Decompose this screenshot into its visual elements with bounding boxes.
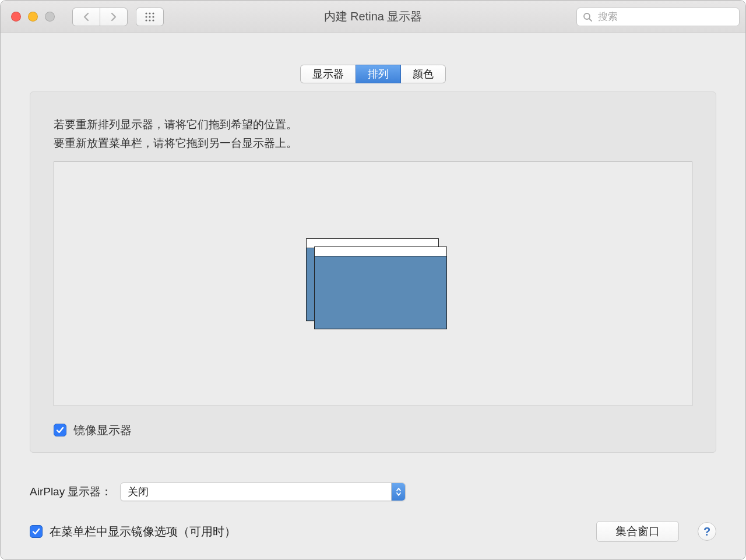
help-icon: ? — [703, 525, 710, 538]
footer-row: 在菜单栏中显示镜像选项（可用时） 集合窗口 ? — [30, 521, 716, 542]
check-icon — [32, 527, 40, 536]
dropdown-stepper[interactable] — [391, 483, 405, 501]
search-field[interactable] — [576, 8, 740, 26]
show-mirror-checkbox[interactable] — [30, 525, 43, 538]
prefs-window: 内建 Retina 显示器 显示器 排列 颜色 若要重新排列显示器，请将它们拖到… — [0, 0, 746, 560]
svg-point-8 — [152, 19, 154, 21]
gather-windows-button[interactable]: 集合窗口 — [596, 521, 679, 542]
chevron-right-icon — [110, 12, 117, 22]
tab-color[interactable]: 颜色 — [400, 65, 446, 83]
search-icon — [583, 12, 592, 22]
tab-bar: 显示器 排列 颜色 — [1, 65, 745, 83]
zoom-button — [45, 12, 55, 22]
mirror-label: 镜像显示器 — [73, 422, 132, 438]
airplay-select[interactable]: 关闭 — [120, 482, 406, 501]
svg-point-0 — [145, 12, 147, 14]
grid-icon — [145, 12, 155, 22]
search-input[interactable] — [597, 10, 733, 23]
svg-point-3 — [145, 16, 147, 17]
content: 显示器 排列 颜色 若要重新排列显示器，请将它们拖到希望的位置。 要重新放置菜单… — [1, 33, 745, 559]
show-mirror-label: 在菜单栏中显示镜像选项（可用时） — [50, 524, 236, 540]
airplay-selected-value: 关闭 — [128, 485, 391, 499]
titlebar: 内建 Retina 显示器 — [1, 1, 745, 33]
tab-label: 排列 — [368, 67, 389, 81]
svg-point-4 — [149, 16, 150, 17]
svg-point-7 — [149, 19, 150, 21]
gather-windows-label: 集合窗口 — [615, 524, 660, 539]
tab-label: 显示器 — [312, 67, 344, 81]
svg-point-1 — [149, 12, 150, 14]
nav-buttons — [72, 8, 128, 26]
tab-label: 颜色 — [413, 67, 434, 81]
mirror-checkbox[interactable] — [54, 424, 66, 436]
show-all-button[interactable] — [136, 8, 164, 26]
svg-point-2 — [152, 12, 154, 14]
search-wrap — [576, 8, 740, 26]
svg-line-10 — [589, 19, 592, 21]
mirror-row: 镜像显示器 — [54, 422, 692, 438]
stepper-arrows-icon — [396, 487, 402, 497]
arrangement-panel: 若要重新排列显示器，请将它们拖到希望的位置。 要重新放置菜单栏，请将它拖到另一台… — [30, 91, 716, 453]
close-button[interactable] — [11, 12, 21, 22]
check-icon — [56, 426, 64, 434]
tab-arrangement[interactable]: 排列 — [356, 65, 401, 83]
instruction-line: 若要重新排列显示器，请将它们拖到希望的位置。 — [54, 115, 692, 134]
forward-button[interactable] — [100, 8, 128, 26]
menubar-handle[interactable] — [315, 247, 446, 256]
window-controls — [11, 12, 55, 22]
help-button[interactable]: ? — [698, 522, 716, 541]
bottom-zone: AirPlay 显示器： 关闭 在菜单栏中显示镜像选项（可用时） — [1, 465, 745, 559]
tab-display[interactable]: 显示器 — [300, 65, 356, 83]
airplay-row: AirPlay 显示器： 关闭 — [30, 482, 716, 501]
airplay-label: AirPlay 显示器： — [30, 484, 112, 499]
back-button[interactable] — [72, 8, 100, 26]
display-rect-primary[interactable] — [314, 246, 447, 329]
instruction-line: 要重新放置菜单栏，请将它拖到另一台显示器上。 — [54, 134, 692, 153]
display-stack — [306, 238, 440, 326]
display-arrangement-canvas[interactable] — [54, 161, 692, 406]
svg-point-5 — [152, 16, 154, 17]
chevron-left-icon — [83, 12, 90, 22]
svg-point-6 — [145, 19, 147, 21]
minimize-button[interactable] — [28, 12, 38, 22]
